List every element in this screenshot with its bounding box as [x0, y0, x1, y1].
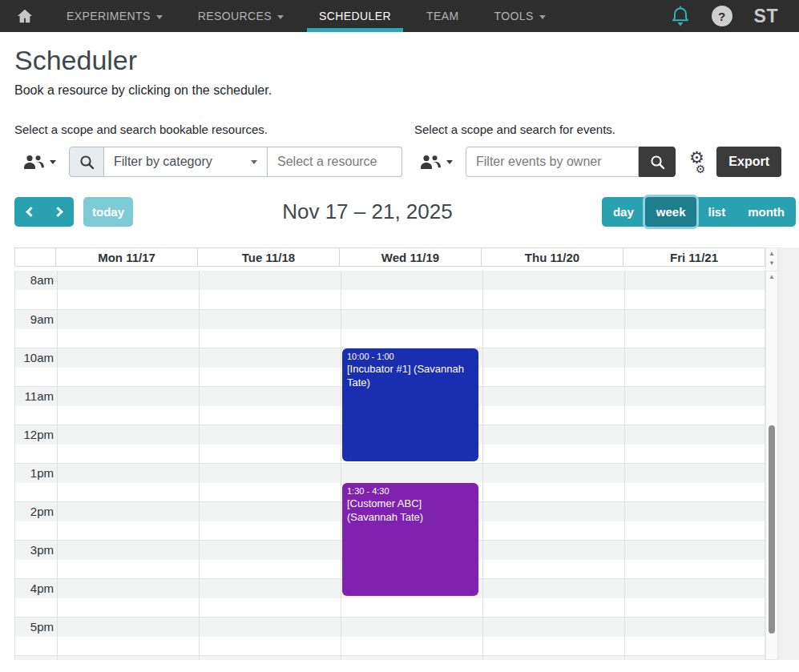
calendar-day-header: Mon 11/17Tue 11/18Wed 11/19Thu 11/20Fri … — [14, 247, 765, 267]
time-label: 12pm — [15, 425, 54, 445]
filters-row: Select a scope and search bookable resou… — [14, 123, 781, 177]
users-icon — [22, 155, 44, 170]
next-button[interactable] — [44, 197, 74, 227]
event-time: 1:30 - 4:30 — [347, 486, 474, 496]
column-divider — [57, 271, 58, 660]
event-title: [Incubator #1] (Savannah Tate) — [347, 363, 474, 389]
time-label: 1pm — [15, 464, 54, 483]
view-switcher: dayweeklistmonth — [602, 197, 796, 227]
scheduler-page: EXPERIMENTSRESOURCESSCHEDULERTEAMTOOLS ?… — [0, 0, 799, 672]
column-divider — [341, 271, 341, 660]
day-header: Mon 11/17 — [56, 248, 198, 266]
event-search-button[interactable] — [639, 147, 676, 177]
view-button-day[interactable]: day — [602, 197, 645, 227]
time-label: 10am — [15, 348, 54, 368]
time-label: 8am — [15, 271, 54, 290]
nav-items: EXPERIMENTSRESOURCESSCHEDULERTEAMTOOLS — [54, 0, 569, 32]
resource-filter-section: Select a scope and search bookable resou… — [14, 123, 401, 177]
chevron-right-icon — [53, 207, 63, 217]
nav-item-experiments[interactable]: EXPERIMENTS — [54, 0, 175, 32]
notifications-bell-icon[interactable] — [671, 6, 690, 27]
nav-item-team[interactable]: TEAM — [414, 0, 471, 32]
calendar-toolbar: today Nov 17 – 21, 2025 dayweeklistmonth — [0, 197, 799, 227]
column-divider — [624, 271, 625, 660]
event-time: 10:00 - 1:00 — [347, 352, 474, 361]
time-label: 4pm — [15, 579, 54, 598]
event-owner-input[interactable] — [466, 147, 639, 177]
view-button-week[interactable]: week — [645, 197, 697, 227]
event-filter-section: Select a scope and search for events. — [414, 123, 781, 177]
search-icon — [650, 155, 665, 170]
nav-item-scheduler[interactable]: SCHEDULER — [307, 0, 403, 32]
calendar-grid[interactable]: 8am9am10am11am12pm1pm2pm3pm4pm5pm6pm10:0… — [14, 271, 765, 660]
prev-button[interactable] — [14, 197, 44, 227]
view-button-list[interactable]: list — [696, 197, 736, 227]
today-button[interactable]: today — [83, 197, 133, 227]
users-icon — [419, 155, 441, 170]
page-title: Scheduler — [14, 45, 781, 76]
chevron-down-icon — [446, 160, 453, 164]
nav-item-resources[interactable]: RESOURCES — [186, 0, 296, 32]
page-subtitle: Book a resource by clicking on the sched… — [14, 83, 781, 98]
home-icon — [16, 8, 34, 24]
event-filter-label: Select a scope and search for events. — [414, 123, 781, 136]
hour-row[interactable]: 6pm — [15, 655, 765, 660]
header-scrollbar: ▲ ▼ — [765, 247, 778, 272]
time-label: 6pm — [15, 656, 54, 660]
hour-row[interactable]: 5pm — [15, 617, 765, 655]
navbar-right: ? ST — [671, 6, 778, 27]
scroll-up-icon[interactable]: ▲ — [769, 251, 775, 257]
event-scope-dropdown[interactable] — [419, 155, 453, 170]
scroll-down-icon[interactable]: ▼ — [769, 260, 775, 267]
time-label: 5pm — [15, 618, 54, 637]
day-header: Tue 11/18 — [198, 248, 340, 266]
event-title: [Customer ABC] (Savannah Tate) — [347, 497, 474, 524]
time-label: 3pm — [15, 541, 54, 560]
nav-item-tools[interactable]: TOOLS — [482, 0, 558, 32]
chevron-down-icon — [156, 15, 163, 19]
resource-scope-dropdown[interactable] — [22, 155, 56, 170]
resource-filter-label: Select a scope and search bookable resou… — [14, 123, 401, 136]
top-navbar: EXPERIMENTSRESOURCESSCHEDULERTEAMTOOLS ?… — [0, 0, 799, 32]
settings-gears-icon[interactable]: ⚙⚙ — [688, 151, 706, 172]
calendar-scrollbar: ▲ ▼ ▲ — [765, 247, 778, 660]
resource-search-icon — [69, 147, 104, 177]
calendar: Mon 11/17Tue 11/18Wed 11/19Thu 11/20Fri … — [14, 247, 799, 660]
scrollbar-track[interactable]: ▲ — [765, 272, 778, 660]
chevron-down-icon — [251, 160, 257, 164]
help-icon[interactable]: ? — [712, 6, 732, 26]
home-button[interactable] — [16, 8, 34, 24]
calendar-title: Nov 17 – 21, 2025 — [133, 199, 602, 224]
time-label: 2pm — [15, 502, 54, 521]
hour-row[interactable]: 9am — [15, 309, 765, 348]
day-header: Wed 11/19 — [340, 248, 482, 266]
scroll-up-icon[interactable]: ▲ — [766, 274, 777, 280]
column-divider — [482, 271, 483, 660]
time-label: 9am — [15, 310, 54, 329]
time-gutter-header — [14, 248, 56, 266]
column-divider — [199, 271, 200, 660]
export-button[interactable]: Export — [716, 147, 781, 177]
calendar-event[interactable]: 1:30 - 4:30[Customer ABC] (Savannah Tate… — [342, 483, 478, 596]
chevron-down-icon — [50, 160, 56, 164]
day-header: Fri 11/21 — [623, 248, 765, 266]
chevron-down-icon — [277, 15, 284, 19]
right-gutter — [778, 247, 799, 660]
view-button-month[interactable]: month — [736, 197, 796, 227]
scrollbar-thumb[interactable] — [769, 425, 775, 634]
calendar-event[interactable]: 10:00 - 1:00[Incubator #1] (Savannah Tat… — [342, 348, 478, 461]
day-header: Thu 11/20 — [482, 248, 623, 266]
hour-row[interactable]: 8am — [15, 271, 765, 309]
user-avatar[interactable]: ST — [754, 6, 778, 27]
resource-select-input[interactable] — [268, 147, 402, 177]
chevron-left-icon — [26, 207, 36, 217]
time-label: 11am — [15, 387, 54, 406]
chevron-down-icon — [539, 15, 546, 19]
category-filter-select[interactable]: Filter by category — [104, 147, 268, 177]
